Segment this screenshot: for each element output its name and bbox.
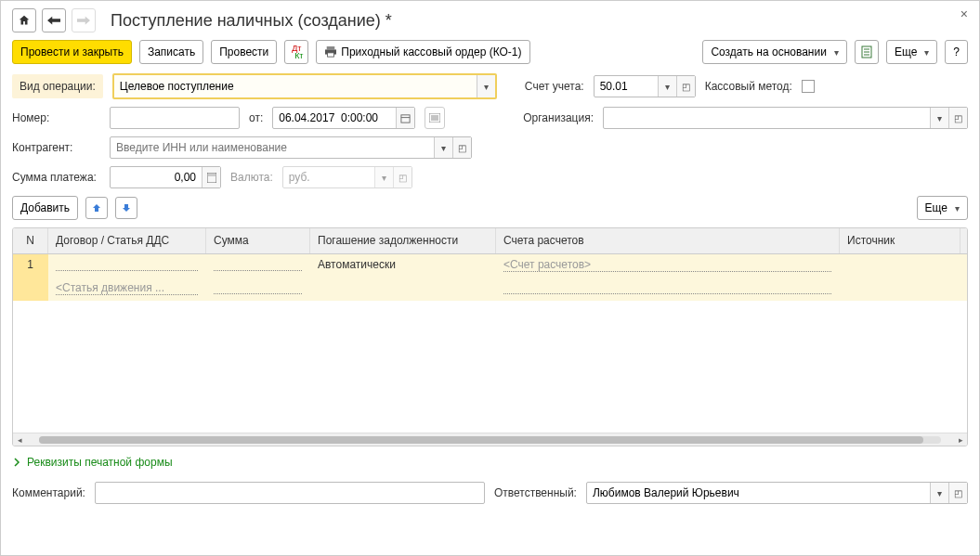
org-open-icon[interactable]: ◰ <box>948 108 967 128</box>
svg-rect-14 <box>208 174 216 176</box>
currency-field: ▾ ◰ <box>282 166 412 188</box>
post-button[interactable]: Провести <box>211 40 277 64</box>
account-label: Счет учета: <box>525 80 584 93</box>
cell-accounts[interactable]: <Счет расчетов> <box>496 254 840 278</box>
print-details-link[interactable]: Реквизиты печатной формы <box>27 456 173 469</box>
currency-input <box>283 167 374 187</box>
chevron-right-icon <box>12 458 21 467</box>
date-field[interactable] <box>272 107 415 129</box>
op-type-label: Вид операции: <box>12 74 103 98</box>
scroll-right-icon[interactable]: ▸ <box>954 435 967 445</box>
comment-input[interactable] <box>96 483 484 503</box>
counterparty-label: Контрагент: <box>12 141 100 154</box>
home-button[interactable] <box>12 8 36 32</box>
responsible-dropdown-icon[interactable]: ▾ <box>930 483 948 503</box>
table-more-label: Еще <box>925 201 947 214</box>
responsible-field[interactable]: ▾ ◰ <box>586 482 968 504</box>
post-and-close-button[interactable]: Провести и закрыть <box>12 40 132 64</box>
calculator-icon[interactable] <box>202 167 220 187</box>
counterparty-open-icon[interactable]: ◰ <box>452 137 471 158</box>
home-icon <box>18 14 31 27</box>
currency-dropdown-icon: ▾ <box>374 167 393 187</box>
op-type-input[interactable] <box>114 75 477 97</box>
responsible-input[interactable] <box>587 483 930 503</box>
number-input[interactable] <box>111 108 239 128</box>
svg-rect-2 <box>328 53 334 57</box>
scroll-left-icon[interactable]: ◂ <box>13 435 26 445</box>
account-open-icon[interactable]: ◰ <box>676 76 695 97</box>
amount-field[interactable] <box>110 166 221 188</box>
from-label: от: <box>249 111 263 124</box>
account-dropdown-icon[interactable]: ▾ <box>658 76 676 97</box>
th-accounts[interactable]: Счета расчетов <box>496 228 840 253</box>
create-based-label: Создать на основании <box>711 45 827 58</box>
org-field[interactable]: ▾ ◰ <box>603 107 968 129</box>
currency-label: Валюта: <box>230 171 273 184</box>
org-label: Организация: <box>523 111 594 124</box>
table-row[interactable]: <Статья движения ... <box>13 278 967 301</box>
move-up-button[interactable] <box>85 197 108 219</box>
date-input[interactable] <box>273 108 396 128</box>
printer-icon <box>324 46 337 58</box>
th-sum[interactable]: Сумма <box>206 228 310 253</box>
add-row-button[interactable]: Добавить <box>12 196 78 220</box>
number-field[interactable] <box>110 107 240 129</box>
print-ko1-button[interactable]: Приходный кассовый ордер (КО-1) <box>316 40 529 64</box>
print-ko1-label: Приходный кассовый ордер (КО-1) <box>341 45 521 58</box>
forward-button[interactable] <box>72 8 96 32</box>
amount-input[interactable] <box>111 167 202 187</box>
help-button[interactable]: ? <box>945 40 968 64</box>
cell-source[interactable] <box>840 254 960 278</box>
payments-table: N Договор / Статья ДДС Сумма Погашение з… <box>12 227 968 446</box>
table-more-button[interactable]: Еще <box>917 196 968 220</box>
cell-repay[interactable]: Автоматически <box>310 254 496 278</box>
th-repay[interactable]: Погашение задолженности <box>310 228 496 253</box>
cell-sum[interactable] <box>206 254 310 278</box>
close-icon[interactable]: × <box>960 6 968 21</box>
move-down-button[interactable] <box>115 197 137 219</box>
op-type-field[interactable]: ▾ <box>112 73 497 99</box>
cash-method-label: Кассовый метод: <box>705 80 792 93</box>
account-field[interactable]: ▾ ◰ <box>594 75 696 97</box>
form-icon <box>429 113 440 123</box>
amount-label: Сумма платежа: <box>12 171 100 184</box>
dtkt-icon: Дт Кт <box>290 45 303 59</box>
create-based-button[interactable]: Создать на основании <box>702 40 847 64</box>
cell-n: 1 <box>13 254 48 278</box>
back-button[interactable] <box>42 8 66 32</box>
scrollbar-thumb[interactable] <box>39 436 923 444</box>
cell-contract[interactable] <box>48 254 206 278</box>
calendar-icon[interactable] <box>396 108 414 128</box>
account-input[interactable] <box>595 76 658 97</box>
counterparty-field[interactable]: ▾ ◰ <box>110 136 472 159</box>
form-icon-button[interactable] <box>425 107 445 129</box>
svg-rect-7 <box>401 114 410 122</box>
horizontal-scrollbar[interactable]: ◂ ▸ <box>13 433 967 446</box>
cell-dds[interactable]: <Статья движения ... <box>48 278 206 301</box>
responsible-label: Ответственный: <box>494 486 577 499</box>
op-type-dropdown-icon[interactable]: ▾ <box>477 75 495 97</box>
th-contract[interactable]: Договор / Статья ДДС <box>48 228 206 253</box>
arrow-right-icon <box>77 16 90 25</box>
arrow-left-icon <box>47 16 60 25</box>
comment-field[interactable] <box>95 482 485 504</box>
more-button[interactable]: Еще <box>886 40 937 64</box>
table-row[interactable]: 1 Автоматически <Счет расчетов> <box>13 254 967 278</box>
document-button[interactable] <box>855 40 879 64</box>
counterparty-input[interactable] <box>111 137 434 158</box>
svg-rect-0 <box>327 46 335 49</box>
responsible-open-icon[interactable]: ◰ <box>948 483 967 503</box>
th-source[interactable]: Источник <box>840 228 960 253</box>
comment-label: Комментарий: <box>12 486 85 499</box>
dtkt-button[interactable]: Дт Кт <box>284 40 308 64</box>
number-label: Номер: <box>12 111 100 124</box>
cash-method-checkbox[interactable] <box>802 80 815 93</box>
arrow-up-icon <box>91 202 102 213</box>
th-n[interactable]: N <box>13 228 48 253</box>
more-label: Еще <box>895 45 917 58</box>
save-button[interactable]: Записать <box>139 40 203 64</box>
counterparty-dropdown-icon[interactable]: ▾ <box>434 137 452 158</box>
org-dropdown-icon[interactable]: ▾ <box>930 108 948 128</box>
org-input[interactable] <box>604 108 930 128</box>
currency-open-icon: ◰ <box>393 167 412 187</box>
